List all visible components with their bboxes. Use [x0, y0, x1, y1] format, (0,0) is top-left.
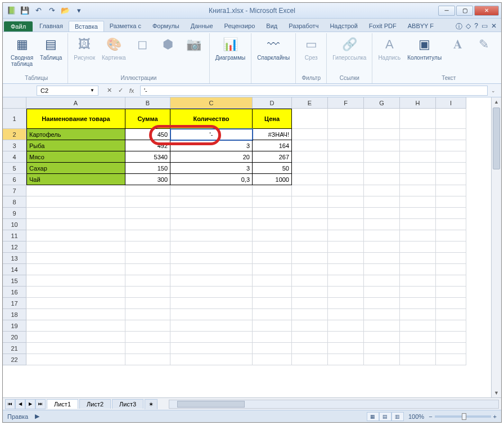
help-button[interactable]: ?: [474, 22, 478, 32]
cell[interactable]: [400, 320, 436, 332]
row-header-14[interactable]: 14: [3, 264, 26, 275]
row-header-11[interactable]: 11: [3, 230, 26, 241]
cell[interactable]: [292, 343, 328, 354]
cell[interactable]: [170, 354, 253, 365]
cell[interactable]: [292, 264, 328, 275]
cell[interactable]: [400, 163, 436, 174]
qty-cell[interactable]: 3: [170, 140, 253, 151]
cell[interactable]: [328, 298, 364, 309]
row-header-2[interactable]: 2: [3, 129, 26, 140]
cell[interactable]: [328, 174, 364, 185]
qty-cell[interactable]: '-: [170, 129, 253, 140]
cell[interactable]: [292, 196, 328, 208]
cell[interactable]: [328, 241, 364, 253]
cell[interactable]: [328, 219, 364, 230]
cell[interactable]: [436, 129, 466, 140]
price-cell[interactable]: #ЗНАЧ!: [253, 129, 292, 140]
cell[interactable]: [328, 354, 364, 365]
cell[interactable]: [125, 196, 170, 208]
sum-cell[interactable]: 300: [125, 174, 170, 185]
cell[interactable]: [292, 208, 328, 219]
row-header-8[interactable]: 8: [3, 196, 26, 208]
cell[interactable]: [436, 264, 466, 275]
zoom-in-icon[interactable]: +: [493, 413, 497, 420]
cell[interactable]: [170, 275, 253, 287]
sheet-tab-Лист2[interactable]: Лист2: [79, 399, 111, 409]
cell[interactable]: [364, 309, 400, 320]
row-header-21[interactable]: 21: [3, 343, 26, 354]
cell[interactable]: [364, 219, 400, 230]
cell[interactable]: [26, 253, 125, 264]
cell[interactable]: [328, 109, 364, 129]
cell[interactable]: [125, 230, 170, 241]
col-header-B[interactable]: B: [125, 97, 170, 109]
cell[interactable]: [170, 208, 253, 219]
row-header-4[interactable]: 4: [3, 151, 26, 163]
cell[interactable]: [26, 287, 125, 298]
cell[interactable]: [292, 185, 328, 196]
macro-record-icon[interactable]: ▶: [35, 413, 39, 420]
row-header-1[interactable]: 1: [3, 109, 26, 129]
cell[interactable]: [400, 287, 436, 298]
cell[interactable]: [364, 129, 400, 140]
scroll-down-icon[interactable]: ▼: [492, 388, 501, 397]
cell[interactable]: [364, 287, 400, 298]
cell[interactable]: [292, 163, 328, 174]
cell[interactable]: [292, 241, 328, 253]
cell[interactable]: [26, 343, 125, 354]
cell[interactable]: [364, 163, 400, 174]
cell[interactable]: [253, 287, 292, 298]
hyperlink-button[interactable]: 🔗Гиперссылка: [330, 34, 368, 62]
expand-formula-icon[interactable]: ⌄: [489, 88, 498, 93]
cell[interactable]: [400, 129, 436, 140]
cell[interactable]: [328, 287, 364, 298]
vertical-scrollbar[interactable]: ▲ ▼: [491, 97, 501, 397]
cell[interactable]: [253, 253, 292, 264]
cell[interactable]: [253, 264, 292, 275]
open-icon[interactable]: 📂: [59, 5, 71, 17]
screenshot-button[interactable]: 📷: [182, 34, 206, 55]
cell[interactable]: [400, 241, 436, 253]
name-cell[interactable]: Картофель: [26, 129, 125, 140]
cell[interactable]: [26, 219, 125, 230]
new-sheet-button[interactable]: ✶: [145, 399, 158, 409]
picture-button[interactable]: 🖼Рисунок: [71, 34, 97, 62]
col-header-I[interactable]: I: [436, 97, 466, 109]
normal-view-icon[interactable]: ▦: [367, 412, 379, 421]
cell[interactable]: [292, 151, 328, 163]
cell[interactable]: [292, 332, 328, 343]
sum-cell[interactable]: 5340: [125, 151, 170, 163]
ribbon-minimize-icon[interactable]: ◇: [466, 22, 471, 32]
col-header-A[interactable]: A: [26, 97, 125, 109]
close-button[interactable]: ✕: [474, 6, 499, 16]
cell[interactable]: [436, 109, 466, 129]
cell[interactable]: [26, 298, 125, 309]
cell[interactable]: [253, 208, 292, 219]
row-header-3[interactable]: 3: [3, 140, 26, 151]
cell[interactable]: [26, 332, 125, 343]
name-cell[interactable]: Чай: [26, 174, 125, 185]
next-sheet-icon[interactable]: ▶: [25, 399, 35, 409]
col-header-F[interactable]: F: [328, 97, 364, 109]
cell[interactable]: [400, 343, 436, 354]
cell[interactable]: [26, 320, 125, 332]
cell[interactable]: [170, 298, 253, 309]
cell[interactable]: [436, 275, 466, 287]
cell[interactable]: [125, 185, 170, 196]
cell[interactable]: [364, 196, 400, 208]
row-header-13[interactable]: 13: [3, 253, 26, 264]
cell[interactable]: [253, 320, 292, 332]
tab-вставка[interactable]: Вставка: [69, 21, 104, 32]
cell[interactable]: [400, 264, 436, 275]
cell[interactable]: [292, 309, 328, 320]
qty-cell[interactable]: 0,3: [170, 174, 253, 185]
cell[interactable]: [436, 298, 466, 309]
cell[interactable]: [125, 264, 170, 275]
zoom-knob[interactable]: [462, 413, 466, 420]
cell[interactable]: [400, 354, 436, 365]
cell[interactable]: [292, 253, 328, 264]
sum-cell[interactable]: 150: [125, 163, 170, 174]
hscroll-thumb[interactable]: [177, 401, 245, 408]
ribbon-help-icon[interactable]: ⓘ: [456, 22, 462, 32]
object-button[interactable]: ▢: [498, 34, 504, 55]
